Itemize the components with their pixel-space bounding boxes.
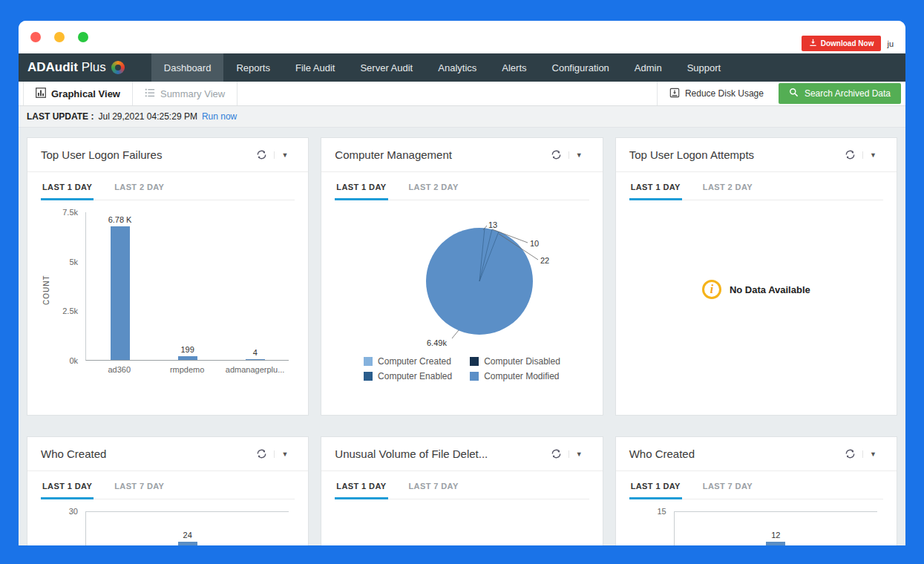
refresh-icon[interactable] bbox=[249, 448, 274, 459]
tab-last-1-day[interactable]: LAST 1 DAY bbox=[335, 471, 387, 499]
titlebar: Download Now ju bbox=[19, 21, 905, 53]
tab-summary-view[interactable]: Summary View bbox=[133, 82, 237, 105]
computer-management-pie-chart: 1310226.49kComputer CreatedComputer Disa… bbox=[335, 203, 589, 381]
view-toolbar: Graphical View Summary View Reduce Disk … bbox=[19, 82, 905, 106]
chevron-down-icon[interactable]: ▼ bbox=[862, 450, 883, 458]
chevron-down-icon[interactable]: ▼ bbox=[569, 151, 589, 159]
brand-swirl-icon bbox=[111, 61, 125, 74]
card-title: Top User Logon Failures bbox=[41, 148, 162, 161]
app-window: Download Now ju ADAudit Plus Dashboard R… bbox=[19, 21, 905, 545]
card-top-user-logon-failures: Top User Logon Failures ▼ LAST 1 DAY LAS… bbox=[27, 137, 309, 416]
tab-last-1-day[interactable]: LAST 1 DAY bbox=[41, 172, 94, 200]
run-now-link[interactable]: Run now bbox=[202, 111, 237, 122]
window-minimize-button[interactable] bbox=[54, 32, 65, 42]
svg-text:13: 13 bbox=[488, 220, 497, 229]
legend-item: Computer Enabled bbox=[364, 371, 452, 381]
reduce-disk-icon bbox=[669, 88, 680, 100]
tab-last-7-day[interactable]: LAST 7 DAY bbox=[113, 471, 166, 499]
bar-chart-icon bbox=[36, 88, 46, 100]
chevron-down-icon[interactable]: ▼ bbox=[274, 450, 295, 458]
card-title: Top User Logon Attempts bbox=[629, 148, 754, 161]
tab-last-1-day[interactable]: LAST 1 DAY bbox=[41, 471, 94, 499]
svg-text:6.49k: 6.49k bbox=[427, 338, 447, 347]
nav-item-analytics[interactable]: Analytics bbox=[425, 53, 489, 82]
dashboard-grid: Top User Logon Failures ▼ LAST 1 DAY LAS… bbox=[19, 128, 905, 545]
svg-text:10: 10 bbox=[530, 239, 539, 248]
card-title: Who Created bbox=[629, 447, 695, 460]
list-icon bbox=[145, 88, 155, 100]
nav-item-alerts[interactable]: Alerts bbox=[489, 53, 539, 82]
reduce-disk-usage-button[interactable]: Reduce Disk Usage bbox=[657, 82, 776, 105]
svg-text:22: 22 bbox=[540, 256, 549, 265]
brand-logo: ADAudit Plus bbox=[27, 53, 125, 82]
legend-item: Computer Disabled bbox=[470, 356, 560, 367]
search-archived-label: Search Archived Data bbox=[805, 88, 891, 99]
brand-name-primary: ADAudit bbox=[27, 60, 78, 74]
download-now-button[interactable]: Download Now bbox=[802, 36, 882, 51]
last-update-value: Jul 29,2021 04:25:29 PM bbox=[98, 111, 197, 122]
window-close-button[interactable] bbox=[30, 32, 41, 42]
refresh-icon[interactable] bbox=[838, 448, 862, 459]
legend-item: Computer Created bbox=[364, 356, 452, 367]
no-data-message: i No Data Available bbox=[629, 200, 883, 378]
download-now-label: Download Now bbox=[821, 39, 874, 47]
tab-last-1-day[interactable]: LAST 1 DAY bbox=[335, 172, 387, 200]
reduce-disk-label: Reduce Disk Usage bbox=[685, 88, 764, 99]
nav-item-admin[interactable]: Admin bbox=[622, 53, 675, 82]
partial-username: ju bbox=[887, 39, 894, 48]
tab-last-2-day[interactable]: LAST 2 DAY bbox=[113, 172, 166, 200]
who-created-computers-bar-chart: Computers1512 bbox=[629, 511, 883, 545]
card-top-user-logon-attempts: Top User Logon Attempts ▼ LAST 1 DAY LAS… bbox=[615, 137, 897, 416]
refresh-icon[interactable] bbox=[838, 149, 862, 160]
summary-view-label: Summary View bbox=[160, 88, 225, 99]
card-unusual-volume-file-deletion: Unusual Volume of File Delet... ▼ LAST 1… bbox=[321, 436, 603, 545]
chevron-down-icon[interactable]: ▼ bbox=[274, 151, 295, 159]
nav-item-server-audit[interactable]: Server Audit bbox=[347, 53, 425, 82]
logon-failures-bar-chart: COUNT7.5k5k2.5k0k6.78 K1994ad360rmpdemoa… bbox=[41, 212, 295, 399]
refresh-icon[interactable] bbox=[544, 149, 569, 160]
card-who-created-users: Who Created ▼ LAST 1 DAY LAST 7 DAY User… bbox=[27, 436, 309, 545]
no-data-label: No Data Available bbox=[730, 284, 810, 295]
graphical-view-label: Graphical View bbox=[51, 88, 120, 99]
tab-last-1-day[interactable]: LAST 1 DAY bbox=[629, 172, 682, 200]
tab-last-1-day[interactable]: LAST 1 DAY bbox=[629, 471, 682, 499]
card-who-created-computers: Who Created ▼ LAST 1 DAY LAST 7 DAY Comp… bbox=[615, 436, 897, 545]
card-title: Who Created bbox=[41, 447, 106, 460]
brand-name-secondary: Plus bbox=[82, 60, 106, 74]
tab-graphical-view[interactable]: Graphical View bbox=[23, 82, 133, 105]
refresh-icon[interactable] bbox=[249, 149, 274, 160]
search-icon bbox=[789, 88, 799, 99]
download-icon bbox=[809, 39, 817, 48]
nav-item-reports[interactable]: Reports bbox=[223, 53, 283, 82]
search-archived-data-button[interactable]: Search Archived Data bbox=[779, 83, 901, 104]
card-computer-management: Computer Management ▼ LAST 1 DAY LAST 2 … bbox=[321, 137, 603, 416]
tab-last-2-day[interactable]: LAST 2 DAY bbox=[701, 172, 754, 200]
refresh-icon[interactable] bbox=[544, 448, 569, 459]
nav-items: Dashboard Reports File Audit Server Audi… bbox=[151, 53, 733, 82]
window-zoom-button[interactable] bbox=[78, 32, 88, 42]
info-icon: i bbox=[702, 280, 721, 299]
tab-last-7-day[interactable]: LAST 7 DAY bbox=[407, 471, 460, 499]
nav-item-support[interactable]: Support bbox=[675, 53, 734, 82]
who-created-users-bar-chart: Users3024 bbox=[41, 511, 295, 545]
legend-item: Computer Modified bbox=[470, 371, 560, 381]
nav-item-configuration[interactable]: Configuration bbox=[540, 53, 622, 82]
chevron-down-icon[interactable]: ▼ bbox=[862, 151, 883, 159]
chevron-down-icon[interactable]: ▼ bbox=[569, 450, 589, 458]
main-navbar: ADAudit Plus Dashboard Reports File Audi… bbox=[19, 53, 905, 82]
last-update-label: LAST UPDATE : bbox=[27, 111, 94, 122]
card-title: Computer Management bbox=[335, 148, 452, 161]
tab-last-2-day[interactable]: LAST 2 DAY bbox=[407, 172, 460, 200]
tab-last-7-day[interactable]: LAST 7 DAY bbox=[701, 471, 754, 499]
nav-item-file-audit[interactable]: File Audit bbox=[283, 53, 347, 82]
statusbar: LAST UPDATE : Jul 29,2021 04:25:29 PM Ru… bbox=[19, 106, 905, 128]
card-title: Unusual Volume of File Delet... bbox=[335, 447, 488, 460]
nav-item-dashboard[interactable]: Dashboard bbox=[151, 53, 224, 82]
